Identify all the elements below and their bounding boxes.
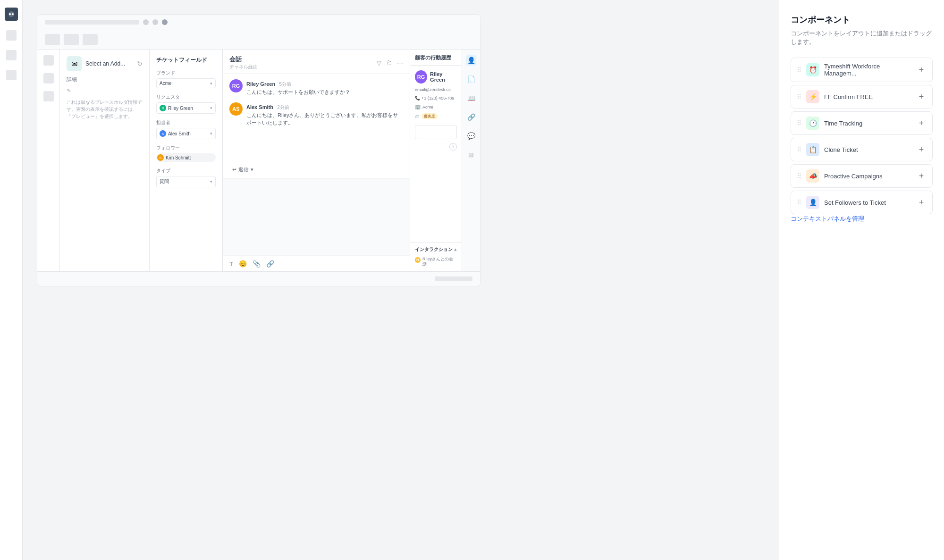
tymeshift-icon: ⏰ <box>806 63 819 76</box>
component-item-set-followers[interactable]: ⠿ 👤 Set Followers to Ticket + <box>791 191 933 214</box>
inner-sidebar-icon-2[interactable] <box>43 73 54 84</box>
add-customer-detail-button[interactable]: + <box>449 143 457 150</box>
refresh-icon[interactable]: ↻ <box>137 60 143 67</box>
type-value: 質問 <box>160 178 169 185</box>
document-icon[interactable]: 📄 <box>466 74 476 84</box>
follower-value: Kim Schmitt <box>166 155 191 160</box>
attach-icon[interactable]: 📎 <box>253 260 261 267</box>
brand-field: ブランド Acme ▾ <box>156 70 216 88</box>
main-content: ✉ Select an Add... ↻ 詳細 ✎ これは単なるプレースホルダ情… <box>23 0 779 560</box>
frame-tab-2[interactable] <box>64 34 79 45</box>
frame-dot-2 <box>152 19 158 25</box>
sidebar-nav-icon-3[interactable] <box>6 70 17 80</box>
add-time-tracking-button[interactable]: + <box>916 118 927 128</box>
requester-value: Riley Green <box>168 106 193 111</box>
link2-icon[interactable]: 🔗 <box>466 112 476 122</box>
sidebar-nav-icon-2[interactable] <box>6 50 17 60</box>
chat-actions-bar: ↩ 返信 ▾ <box>223 162 410 178</box>
frame-tab-1[interactable] <box>45 34 60 45</box>
follower-label: フォロワー <box>156 145 216 151</box>
customer-name: Riley Green <box>430 71 457 83</box>
assignee-select[interactable]: A Alex Smith ▾ <box>156 128 216 139</box>
frame-header-bar <box>45 20 139 25</box>
tag-icon: 🏷 <box>415 114 420 119</box>
assignee-chevron: ▾ <box>210 131 212 136</box>
inner-sidebar-icon-3[interactable] <box>43 91 54 101</box>
customer-input-field[interactable] <box>415 125 457 139</box>
edit-icon[interactable]: ✎ <box>67 88 143 94</box>
frame-footer <box>37 271 480 286</box>
follower-field: フォロワー K Kim Schmitt <box>156 145 216 162</box>
component-item-proactive-campaigns[interactable]: ⠿ 📣 Proactive Campaigns + <box>791 164 933 188</box>
add-clone-ticket-button[interactable]: + <box>916 144 927 155</box>
emoji-icon[interactable]: 😊 <box>239 260 247 267</box>
add-tymeshift-button[interactable]: + <box>916 65 927 75</box>
frame-body: ✉ Select an Add... ↻ 詳細 ✎ これは単なるプレースホルダ情… <box>37 50 480 271</box>
reply-button[interactable]: ↩ 返信 ▾ <box>229 165 256 175</box>
more-icon[interactable]: ⋯ <box>397 59 403 67</box>
company-icon: 🏢 <box>415 104 421 109</box>
interaction-dot: N <box>415 257 421 263</box>
interaction-item-1: N Rileyさんとの会話 <box>415 257 457 267</box>
sidebar-nav-icon-1[interactable] <box>6 30 17 41</box>
sidebar-logo[interactable] <box>5 8 18 21</box>
message-2-time: 2分前 <box>277 105 289 110</box>
chat-input-area[interactable] <box>223 178 410 256</box>
type-select[interactable]: 質問 ▾ <box>156 176 216 187</box>
customer-company: Acme <box>422 105 433 109</box>
panel-subtitle: コンポーネントをレイアウトに追加またはドラッグします。 <box>791 29 933 46</box>
chat-icon[interactable]: 💬 <box>466 131 476 141</box>
clone-ticket-icon: 📋 <box>806 143 819 156</box>
user-profile-icon[interactable]: 👤 <box>466 55 476 66</box>
text-format-icon[interactable]: T <box>229 260 233 267</box>
add-set-followers-button[interactable]: + <box>916 197 927 208</box>
message-1-text: こんにちは、サポートをお願いできますか？ <box>246 89 350 96</box>
requester-chevron: ▾ <box>210 106 212 110</box>
customer-body: RG Riley Green email@zendesk.cc 📞 +1 (12… <box>410 66 462 242</box>
add-ff-confirm-button[interactable]: + <box>916 92 927 102</box>
add-proactive-campaigns-button[interactable]: + <box>916 171 927 181</box>
manage-context-panel-link[interactable]: コンテキストパネルを管理 <box>791 215 864 222</box>
component-item-time-tracking[interactable]: ⠿ 🕐 Time Tracking + <box>791 111 933 135</box>
filter-icon[interactable]: ▽ <box>377 59 381 67</box>
message-2-name: Alex Smith <box>246 104 273 110</box>
frame-dot-1 <box>143 19 149 25</box>
interaction-text: Rileyさんとの会話 <box>422 257 457 267</box>
component-item-tymeshift[interactable]: ⠿ ⏰ Tymeshift Workforce Managem... + <box>791 58 933 82</box>
brand-select[interactable]: Acme ▾ <box>156 78 216 88</box>
drag-handle-ff-confirm: ⠿ <box>797 93 801 100</box>
reply-label: 返信 <box>238 166 249 173</box>
left-sidebar <box>0 0 23 560</box>
reply-icon: ↩ <box>232 167 236 173</box>
component-item-ff-confirm[interactable]: ⠿ ⚡ FF Confirm FREE + <box>791 85 933 109</box>
preview-frame: ✉ Select an Add... ↻ 詳細 ✎ これは単なるプレースホルダ情… <box>37 14 480 286</box>
chat-title: 会話 <box>229 55 258 64</box>
interaction-title: インタラクション <box>415 246 453 253</box>
frame-header <box>37 15 480 30</box>
frame-dot-3 <box>162 19 168 25</box>
book-icon[interactable]: 📖 <box>466 93 476 103</box>
link-icon[interactable]: 🔗 <box>266 260 274 267</box>
message-2-text: こんにちは、Rileyさん。ありがとうございます。私がお客様をサポートいたします… <box>246 112 403 126</box>
history-icon[interactable]: ⏱ <box>386 59 392 67</box>
inner-sidebar-icon-1[interactable] <box>43 55 54 66</box>
alex-avatar: AS <box>229 102 243 116</box>
drag-handle-set-followers: ⠿ <box>797 199 801 206</box>
component-item-clone-ticket[interactable]: ⠿ 📋 Clone Ticket + <box>791 138 933 161</box>
interaction-expand-icon[interactable]: ▴ <box>454 246 457 252</box>
time-tracking-name: Time Tracking <box>824 120 911 127</box>
requester-select[interactable]: R Riley Green ▾ <box>156 102 216 114</box>
clone-ticket-name: Clone Ticket <box>824 146 911 153</box>
message-1-content: Riley Green 5分前 こんにちは、サポートをお願いできますか？ <box>246 79 350 96</box>
frame-tab-3[interactable] <box>83 34 98 45</box>
type-chevron: ▾ <box>210 179 212 184</box>
set-followers-name: Set Followers to Ticket <box>824 199 911 206</box>
footer-bar <box>435 276 472 281</box>
message-row-1: RG Riley Green 5分前 こんにちは、サポートをお願いできますか？ <box>229 79 403 96</box>
apps-icon[interactable]: ⊞ <box>466 150 476 160</box>
customer-priority-row: 🏷 優先度 <box>415 113 457 119</box>
chat-header: 会話 チャネル経由 ▽ ⏱ ⋯ <box>223 50 410 74</box>
requester-field: リクエスタ R Riley Green ▾ <box>156 94 216 114</box>
assignee-value: Alex Smith <box>168 131 191 136</box>
chat-title-group: 会話 チャネル経由 <box>229 55 258 70</box>
